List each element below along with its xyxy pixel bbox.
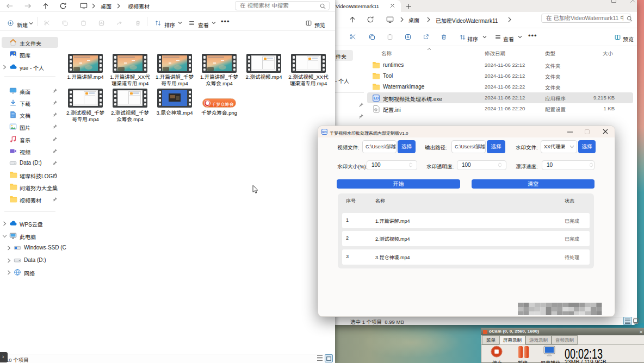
svg-text:ED: ED — [322, 130, 326, 134]
svg-text:ED: ED — [374, 96, 379, 100]
